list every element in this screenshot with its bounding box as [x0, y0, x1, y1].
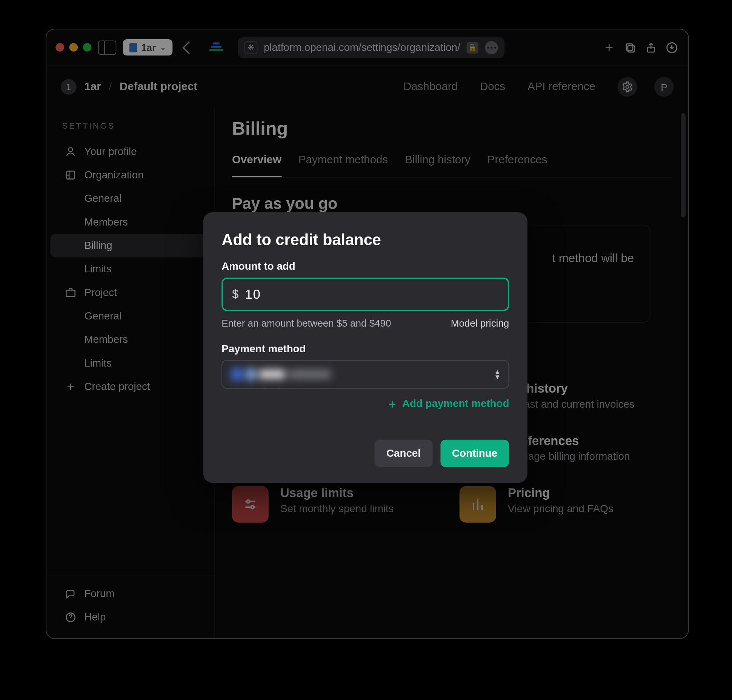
amount-hint: Enter an amount between $5 and $490 — [221, 318, 391, 329]
amount-input[interactable] — [245, 287, 499, 302]
add-credit-modal: Add to credit balance Amount to add $ En… — [203, 212, 527, 483]
model-pricing-link[interactable]: Model pricing — [451, 318, 509, 329]
currency-symbol: $ — [232, 287, 238, 301]
cancel-button[interactable]: Cancel — [375, 440, 432, 467]
payment-method-label: Payment method — [221, 343, 509, 355]
add-payment-method-label: Add payment method — [402, 398, 509, 410]
add-payment-method-link[interactable]: ＋ Add payment method — [221, 398, 509, 410]
continue-button[interactable]: Continue — [440, 440, 509, 467]
payment-method-value-redacted — [231, 368, 331, 380]
browser-window: 1ar ⌄ platform.openai.com/settings/organ… — [46, 29, 689, 639]
amount-input-wrap[interactable]: $ — [221, 278, 509, 311]
plus-icon: ＋ — [386, 399, 398, 408]
modal-title: Add to credit balance — [221, 230, 509, 249]
amount-label: Amount to add — [221, 261, 509, 272]
payment-method-select[interactable]: ▴▾ — [221, 360, 509, 388]
select-chevrons-icon: ▴▾ — [495, 369, 499, 380]
